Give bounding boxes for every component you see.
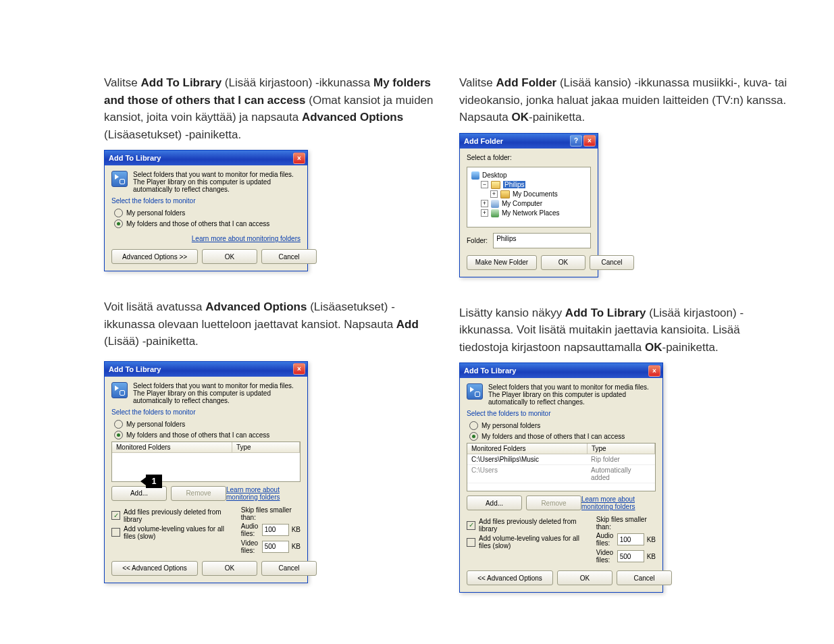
text: Valitse bbox=[459, 76, 496, 89]
label: KB bbox=[292, 526, 301, 533]
ok-button[interactable]: OK bbox=[541, 255, 585, 270]
cancel-button[interactable]: Cancel bbox=[261, 561, 317, 576]
ok-button[interactable]: OK bbox=[557, 570, 613, 585]
radio-all-access[interactable]: My folders and those of others that I ca… bbox=[469, 432, 656, 441]
radio-all-access[interactable]: My folders and those of others that I ca… bbox=[114, 219, 301, 228]
radio-personal[interactable]: My personal folders bbox=[114, 209, 301, 217]
chk-volume-level[interactable]: Add volume-leveling values for all files… bbox=[111, 525, 229, 540]
advanced-options-button[interactable]: Advanced Options >> bbox=[111, 249, 198, 264]
ok-button[interactable]: OK bbox=[202, 249, 257, 264]
tree-item[interactable]: My Documents bbox=[513, 190, 558, 198]
text-bold: Advanced Options bbox=[302, 111, 403, 124]
text: Lisätty kansio näkyy bbox=[459, 306, 565, 319]
radio-personal[interactable]: My personal folders bbox=[114, 420, 301, 429]
expand-icon[interactable]: + bbox=[481, 209, 488, 217]
cell: C:\Users bbox=[467, 465, 587, 483]
text-bold: Add bbox=[396, 318, 419, 331]
expand-icon[interactable]: + bbox=[490, 190, 498, 198]
label: Audio files: bbox=[241, 522, 259, 537]
cell: Rip folder bbox=[587, 454, 655, 464]
label: Select a folder: bbox=[467, 154, 591, 161]
dialog-add-to-library: Add To Library × Select folders that you… bbox=[104, 150, 308, 271]
col-header[interactable]: Monitored Folders bbox=[112, 442, 232, 452]
title-text: Add To Library bbox=[464, 367, 516, 375]
advanced-options-button[interactable]: << Advanced Options bbox=[111, 561, 198, 576]
text-bold: Add To Library bbox=[141, 76, 222, 89]
help-icon[interactable]: ? bbox=[570, 135, 582, 146]
audio-size-input[interactable]: 100 bbox=[262, 524, 289, 536]
monitored-folders-list[interactable]: Monitored FoldersType C:\Users\Philips\M… bbox=[467, 443, 656, 491]
network-icon bbox=[491, 209, 499, 217]
radio-label: My folders and those of others that I ca… bbox=[126, 431, 269, 439]
label: Folder: bbox=[467, 237, 488, 244]
video-size-input[interactable]: 500 bbox=[262, 541, 289, 553]
ok-button[interactable]: OK bbox=[202, 561, 257, 576]
col-header[interactable]: Monitored Folders bbox=[467, 444, 588, 454]
titlebar[interactable]: Add To Library × bbox=[460, 363, 662, 378]
text: (Lisäasetukset) -painiketta. bbox=[104, 128, 241, 141]
folder-name-input[interactable]: Philips bbox=[493, 233, 591, 248]
cancel-button[interactable]: Cancel bbox=[261, 249, 317, 264]
table-row[interactable]: C:\UsersAutomatically added bbox=[467, 465, 655, 483]
close-icon[interactable]: × bbox=[648, 365, 660, 377]
cancel-button[interactable]: Cancel bbox=[617, 570, 672, 585]
radio-personal[interactable]: My personal folders bbox=[469, 421, 656, 430]
learn-link[interactable]: Learn more about monitoring folders bbox=[192, 235, 301, 242]
col-header[interactable]: Type bbox=[232, 442, 300, 452]
table-row[interactable]: C:\Users\Philips\MusicRip folder bbox=[467, 454, 655, 465]
label: KB bbox=[647, 553, 656, 560]
left-para-2: Voit lisätä avatussa Advanced Options (L… bbox=[104, 298, 435, 350]
add-button[interactable]: Add... bbox=[111, 486, 167, 501]
titlebar[interactable]: Add Folder ? × bbox=[460, 134, 598, 149]
wmp-icon bbox=[467, 383, 483, 400]
chk-volume-level[interactable]: Add volume-leveling values for all files… bbox=[467, 535, 584, 549]
tree-item[interactable]: Desktop bbox=[482, 171, 507, 179]
col-header[interactable]: Type bbox=[588, 444, 655, 454]
learn-link[interactable]: Learn more about monitoring folders bbox=[226, 486, 301, 501]
text-bold: OK bbox=[512, 111, 529, 124]
text: -painiketta. bbox=[662, 341, 719, 354]
make-new-folder-button[interactable]: Make New Folder bbox=[467, 255, 537, 270]
video-size-input[interactable]: 500 bbox=[617, 550, 644, 562]
text-bold: OK bbox=[645, 341, 662, 354]
tree-item[interactable]: My Computer bbox=[502, 200, 542, 207]
expand-icon[interactable]: + bbox=[481, 200, 488, 207]
folder-icon bbox=[491, 181, 500, 189]
checkbox-label: Add volume-leveling values for all files… bbox=[479, 535, 584, 549]
advanced-options-button[interactable]: << Advanced Options bbox=[467, 570, 553, 585]
remove-button: Remove bbox=[526, 495, 581, 510]
titlebar[interactable]: Add To Library × bbox=[105, 151, 307, 165]
radio-label: My personal folders bbox=[126, 209, 185, 217]
label: KB bbox=[647, 536, 656, 543]
cancel-button[interactable]: Cancel bbox=[590, 255, 634, 270]
skip-label: Skip files smaller than: bbox=[241, 506, 301, 521]
tree-item-selected[interactable]: Philips bbox=[503, 181, 525, 188]
close-icon[interactable]: × bbox=[583, 135, 596, 146]
left-column: Valitse Add To Library (Lisää kirjastoon… bbox=[104, 74, 435, 601]
skip-label: Skip files smaller than: bbox=[596, 516, 656, 531]
tree-item[interactable]: My Network Places bbox=[502, 209, 560, 217]
chk-add-deleted[interactable]: Add files previously deleted from librar… bbox=[111, 508, 229, 523]
expand-icon[interactable]: − bbox=[481, 181, 488, 188]
callout-marker-1: 1 bbox=[146, 475, 162, 488]
desktop-icon bbox=[471, 171, 479, 180]
monitored-folders-list[interactable]: Monitored FoldersType bbox=[111, 441, 301, 482]
folder-tree[interactable]: Desktop −Philips +My Documents +My Compu… bbox=[467, 167, 591, 227]
learn-link[interactable]: Learn more about monitoring folders bbox=[581, 495, 656, 510]
add-button[interactable]: Add... bbox=[467, 495, 522, 510]
label: Video files: bbox=[241, 539, 259, 554]
radio-all-access[interactable]: My folders and those of others that I ca… bbox=[114, 431, 301, 439]
info-text: Select folders that you want to monitor … bbox=[488, 383, 656, 406]
titlebar[interactable]: Add To Library × bbox=[105, 362, 307, 377]
audio-size-input[interactable]: 100 bbox=[617, 533, 644, 545]
right-column: Valitse Add Folder (Lisää kansio) -ikkun… bbox=[459, 74, 790, 601]
radio-label: My personal folders bbox=[126, 421, 185, 428]
right-para-1: Valitse Add Folder (Lisää kansio) -ikkun… bbox=[459, 74, 790, 126]
chk-add-deleted[interactable]: Add files previously deleted from librar… bbox=[467, 518, 584, 533]
label: Video files: bbox=[596, 549, 615, 564]
dialog-add-to-library-populated: Add To Library × Select folders that you… bbox=[459, 363, 663, 593]
info-text: Select folders that you want to monitor … bbox=[133, 382, 301, 404]
close-icon[interactable]: × bbox=[293, 363, 305, 375]
close-icon[interactable]: × bbox=[293, 153, 305, 164]
radio-label: My personal folders bbox=[481, 422, 540, 429]
